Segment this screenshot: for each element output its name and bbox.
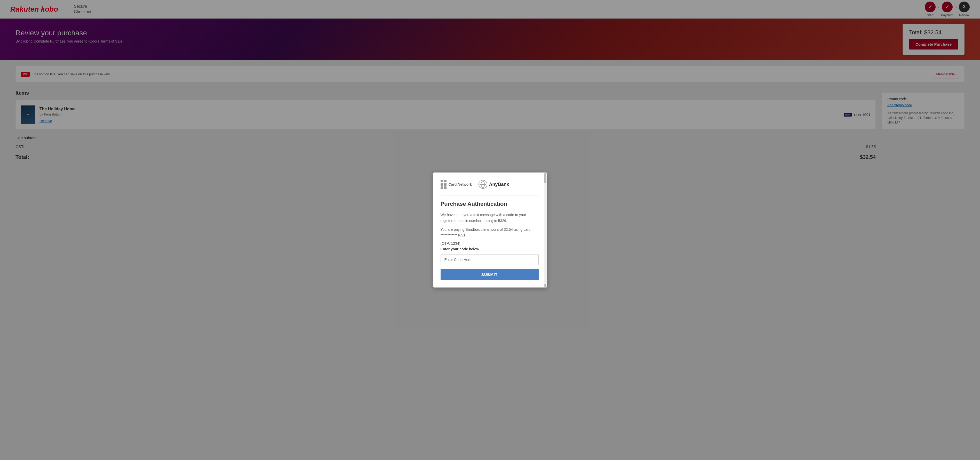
modal-desc-2: You are paying Sandbox the amount of 32.… — [441, 227, 539, 238]
card-network-label: Card Network — [449, 182, 472, 186]
submit-button[interactable]: SUBMIT — [441, 269, 539, 280]
modal-otp: (OTP: 1234) — [441, 241, 539, 246]
purchase-auth-modal: Card Network AnyBank Purchase Authentica… — [433, 173, 547, 287]
modal-scrollbar-thumb-bottom — [544, 284, 546, 287]
dot-6 — [444, 186, 447, 189]
modal-desc-1: We have sent you a text message with a c… — [441, 212, 539, 224]
dot-3 — [441, 183, 443, 186]
modal-scrollbar-thumb — [544, 173, 546, 183]
anybank-icon — [478, 180, 488, 189]
dot-5 — [441, 186, 443, 189]
modal-divider — [441, 195, 539, 195]
modal-overlay: Card Network AnyBank Purchase Authentica… — [0, 0, 980, 460]
card-network-grid — [441, 180, 447, 189]
dot-4 — [444, 183, 447, 186]
card-network-logo: Card Network — [441, 180, 472, 189]
dot-1 — [441, 180, 443, 182]
modal-content: Card Network AnyBank Purchase Authentica… — [433, 173, 547, 287]
anybank-label: AnyBank — [489, 182, 509, 187]
modal-logos: Card Network AnyBank — [441, 180, 539, 189]
modal-scrollbar[interactable] — [544, 173, 547, 287]
anybank-logo: AnyBank — [478, 180, 509, 189]
dot-2 — [444, 180, 447, 182]
modal-enter-label: Enter your code below — [441, 247, 539, 251]
otp-input[interactable] — [441, 254, 539, 265]
modal-title: Purchase Authentication — [441, 201, 539, 207]
